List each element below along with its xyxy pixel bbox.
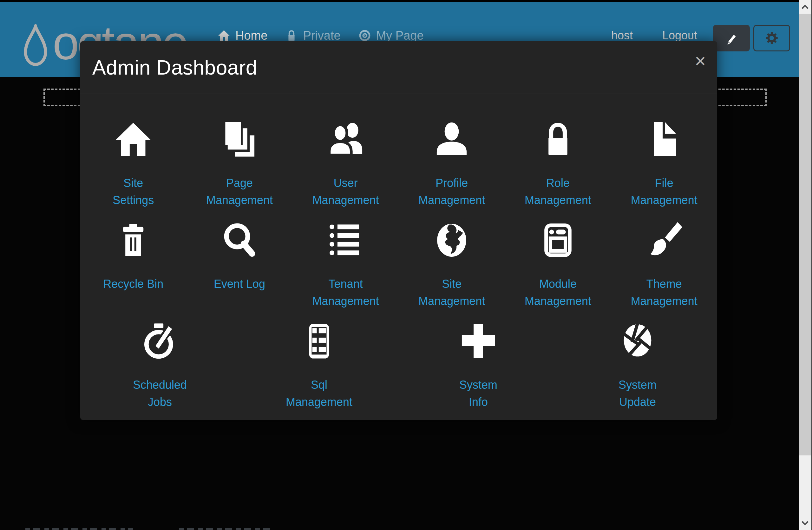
tile-label: SystemUpdate [619,376,656,411]
lock-icon [285,29,298,42]
tile-label: FileManagement [631,174,697,209]
people-icon [326,119,365,160]
tile-label: SystemInfo [459,376,497,411]
tile-label: ModuleManagement [525,275,591,310]
admin-tile-tenant-management[interactable]: TenantManagement [292,220,399,310]
nav-item-my-page[interactable]: My Page [359,29,424,43]
tile-row: SiteSettingsPageManagementUserManagement… [80,119,717,209]
window-top-edge [0,0,799,2]
tile-row: ScheduledJobsSqlManagementSystemInfoSyst… [80,320,717,411]
tile-label: RoleManagement [525,174,591,209]
tile-label: PageManagement [206,174,273,209]
aperture-icon [618,320,657,362]
admin-tile-user-management[interactable]: UserManagement [292,119,399,209]
chevron-up-icon [801,3,809,10]
modal-header: Admin Dashboard ✕ [80,41,717,94]
admin-tile-site-settings[interactable]: SiteSettings [80,119,187,209]
file-icon [644,119,684,160]
home-icon [218,29,230,42]
tile-label: ScheduledJobs [133,376,187,411]
home-icon [114,119,153,160]
nav-item-label: Private [303,29,340,43]
vertical-scrollbar[interactable] [799,0,812,530]
trash-icon [114,220,153,261]
lock-icon [538,119,578,160]
admin-tile-role-management[interactable]: RoleManagement [505,119,611,209]
settings-button[interactable] [753,25,790,52]
tile-row: Recycle BinEvent LogTenantManagementSite… [80,220,717,310]
gear-icon [764,30,780,46]
modal-title: Admin Dashboard [92,56,257,79]
admin-tile-module-management[interactable]: ModuleManagement [505,220,611,310]
magnifying-glass-icon [220,220,259,261]
admin-tile-event-log[interactable]: Event Log [187,220,293,310]
scroll-down-button[interactable] [799,517,811,530]
nav-item-private[interactable]: Private [285,29,340,43]
globe-icon [432,220,472,261]
admin-tile-site-management[interactable]: SiteManagement [399,220,505,310]
droplet-icon [21,24,49,67]
admin-tile-system-info[interactable]: SystemInfo [399,320,558,411]
spreadsheet-icon [300,320,339,362]
admin-tile-profile-management[interactable]: ProfileManagement [399,119,505,209]
scrollbar-thumb[interactable] [799,14,811,455]
admin-tile-recycle-bin[interactable]: Recycle Bin [80,220,187,310]
close-button[interactable]: ✕ [694,54,706,69]
tile-label: TenantManagement [313,275,379,310]
admin-tile-sql-management[interactable]: SqlManagement [240,320,399,411]
nav-item-label: Home [235,29,267,43]
clipped-footer-text [179,528,274,530]
chevron-down-icon [801,520,809,527]
tile-label: ThemeManagement [631,275,697,310]
admin-tile-system-update[interactable]: SystemUpdate [558,320,717,411]
brush-icon [644,220,684,261]
timer-icon [140,320,179,362]
page: oqtane HomePrivateMy Page host Logout [0,0,812,530]
admin-dashboard-modal: Admin Dashboard ✕ SiteSettingsPageManage… [80,41,717,420]
list-icon [326,220,365,261]
layers-icon [220,119,259,160]
admin-tile-scheduled-jobs[interactable]: ScheduledJobs [80,320,240,411]
tile-label: SqlManagement [286,376,352,411]
pencil-icon [724,30,739,46]
admin-tile-file-management[interactable]: FileManagement [611,119,717,209]
browser-icon [538,220,578,261]
edit-mode-button[interactable] [713,25,750,52]
medical-cross-icon [459,320,498,362]
target-icon [359,29,371,42]
admin-tile-page-management[interactable]: PageManagement [187,119,293,209]
admin-tile-theme-management[interactable]: ThemeManagement [611,220,717,310]
person-icon [432,119,472,160]
admin-tile-grid: SiteSettingsPageManagementUserManagement… [80,94,717,411]
tile-label: ProfileManagement [418,174,485,209]
tile-label: UserManagement [313,174,379,209]
tile-label: Recycle Bin [103,275,163,292]
nav-item-home[interactable]: Home [218,29,267,43]
nav-item-label: My Page [376,29,424,43]
scroll-up-button[interactable] [799,0,811,13]
tile-label: SiteManagement [418,275,485,310]
tile-label: Event Log [214,275,265,292]
tile-label: SiteSettings [113,174,154,209]
clipped-footer-text [25,528,133,530]
